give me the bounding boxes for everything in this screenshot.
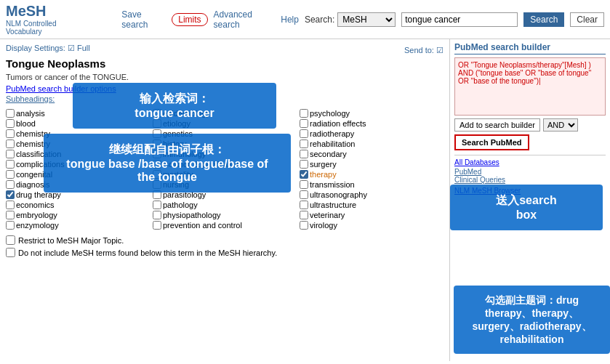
checkbox-item-rehabilitation: rehabilitation xyxy=(300,139,444,148)
right-panel: PubMed search builder OR "Tongue Neoplas… xyxy=(450,39,610,198)
checkbox-label-physiopathology: physiopathology xyxy=(163,211,221,219)
checkbox-item-psychology: psychology xyxy=(300,109,444,118)
checkbox-label-enzymology: enzymology xyxy=(16,221,59,230)
checkbox-economics[interactable] xyxy=(6,201,15,209)
checkbox-label-psychology: psychology xyxy=(310,109,350,118)
search-label: Search: xyxy=(305,15,334,25)
checkbox-item-enzymology: enzymology xyxy=(6,221,150,230)
checkbox-transmission[interactable] xyxy=(300,180,308,189)
checkbox-label-virology: virology xyxy=(310,221,337,230)
add-to-builder-button[interactable]: Add to search builder xyxy=(454,118,540,132)
save-search-link[interactable]: Save search xyxy=(121,9,166,30)
annotation-sendbox: 送入searchbox xyxy=(450,185,603,230)
checkbox-drug-therapy[interactable] xyxy=(6,190,15,199)
checkbox-label-therapy: therapy xyxy=(310,170,337,179)
checkbox-secondary[interactable] xyxy=(300,150,308,158)
checkbox-congenital[interactable] xyxy=(6,170,15,179)
checkbox-embryology[interactable] xyxy=(6,211,15,219)
checkbox-classification[interactable] xyxy=(6,150,15,158)
checkbox-label-radiotherapy: radiotherapy xyxy=(310,129,354,138)
mesh-title: MeSH xyxy=(6,3,116,20)
bottom-option: Restrict to MeSH Major Topic. xyxy=(6,235,444,245)
checkbox-analysis[interactable] xyxy=(6,109,15,118)
builder-actions: Add to search builder AND xyxy=(454,118,606,132)
checkbox-pathology[interactable] xyxy=(153,201,161,209)
checkbox-item-embryology: embryology xyxy=(6,211,150,219)
checkbox-diagnosis[interactable] xyxy=(6,180,15,189)
clear-button[interactable]: Clear xyxy=(570,12,604,27)
annotation-subheading: 勾选副主题词：drugtherapy、therapy、surgery、radio… xyxy=(454,286,610,354)
checkbox-item-ultrastructure: ultrastructure xyxy=(300,201,444,209)
checkbox-label-blood: blood xyxy=(16,119,36,128)
checkbox-label-radiation-effects: radiation effects xyxy=(310,119,366,128)
checkbox-label-transmission: transmission xyxy=(310,180,355,189)
advanced-search-link[interactable]: Advanced search xyxy=(214,9,276,30)
bottom-options: Restrict to MeSH Major Topic.Do not incl… xyxy=(6,235,444,257)
checkbox-radiation-effects[interactable] xyxy=(300,119,308,128)
checkbox-item-prevention-and-control: prevention and control xyxy=(153,221,297,230)
checkbox-label-ultrastructure: ultrastructure xyxy=(310,201,356,209)
checkbox-veterinary[interactable] xyxy=(300,211,308,219)
checkbox-chemistry[interactable] xyxy=(6,129,15,138)
search-button[interactable]: Search xyxy=(523,12,564,27)
checkbox-label-pathology: pathology xyxy=(163,201,198,209)
bottom-checkbox[interactable] xyxy=(6,248,15,257)
search-bar: Search: MeSH xyxy=(305,12,396,27)
checkbox-item-radiotherapy: radiotherapy xyxy=(300,129,444,138)
checkbox-complications[interactable] xyxy=(6,160,15,169)
checkbox-ultrasonography[interactable] xyxy=(300,190,308,199)
checkbox-therapy[interactable] xyxy=(300,170,308,179)
limits-button[interactable]: Limits xyxy=(172,13,207,26)
main-layout: Display Settings: ☑ Full Send to: ☑ Tong… xyxy=(0,39,610,361)
bottom-option-label: Restrict to MeSH Major Topic. xyxy=(18,236,124,245)
builder-text-area[interactable]: OR "Tongue Neoplasms/therapy"[Mesh] ) AN… xyxy=(454,57,606,116)
header: MeSH NLM ControlledVocabulary Save searc… xyxy=(0,0,610,39)
checkbox-ultrastructure[interactable] xyxy=(300,201,308,209)
checkbox-label-surgery: surgery xyxy=(310,160,337,169)
checkbox-item-pathology: pathology xyxy=(153,201,297,209)
checkbox-item-secondary: secondary xyxy=(300,150,444,158)
checkbox-item-ultrasonography: ultrasonography xyxy=(300,190,444,199)
checkbox-psychology[interactable] xyxy=(300,109,308,118)
checkbox-item-transmission: transmission xyxy=(300,180,444,189)
annotation-search: 输入检索词：tongue cancer xyxy=(73,83,276,129)
checkbox-blood[interactable] xyxy=(6,119,15,128)
checkbox-item-economics: economics xyxy=(6,201,150,209)
all-db-link[interactable]: All Databases xyxy=(454,158,499,166)
checkbox-item-physiopathology: physiopathology xyxy=(153,211,297,219)
search-type-select[interactable]: MeSH xyxy=(337,12,396,27)
checkbox-chemistry[interactable] xyxy=(6,139,15,148)
checkbox-label-veterinary: veterinary xyxy=(310,211,345,219)
checkbox-label-rehabilitation: rehabilitation xyxy=(310,139,355,148)
checkbox-item-surgery: surgery xyxy=(300,160,444,169)
send-to[interactable]: Send to: ☑ xyxy=(404,46,444,55)
checkbox-label-embryology: embryology xyxy=(16,211,57,219)
checkbox-item-therapy: therapy xyxy=(300,170,444,179)
checkbox-virology[interactable] xyxy=(300,221,308,230)
bottom-option-label: Do not include MeSH terms found below th… xyxy=(18,248,277,257)
right-wrapper: PubMed search builder OR "Tongue Neoplas… xyxy=(450,39,610,361)
pubmed-link[interactable]: PubMed xyxy=(454,168,606,176)
pubmed-builder-title: PubMed search builder xyxy=(454,42,606,54)
clinical-queries-link[interactable]: Clinical Queries xyxy=(454,176,606,184)
search-input[interactable] xyxy=(401,12,518,27)
search-pubmed-button[interactable]: Search PubMed xyxy=(454,134,529,150)
checkbox-item-virology: virology xyxy=(300,221,444,230)
bottom-checkbox[interactable] xyxy=(6,235,15,245)
and-select[interactable]: AND xyxy=(543,118,578,132)
checkbox-rehabilitation[interactable] xyxy=(300,139,308,148)
checkbox-item-veterinary: veterinary xyxy=(300,211,444,219)
checkbox-radiotherapy[interactable] xyxy=(300,129,308,138)
help-link[interactable]: Help xyxy=(281,15,299,25)
display-settings-link[interactable]: Display Settings: ☑ Full xyxy=(6,44,90,52)
all-db-label: All Databases xyxy=(454,158,606,166)
checkbox-label-ultrasonography: ultrasonography xyxy=(310,190,367,199)
checkbox-label-economics: economics xyxy=(16,201,55,209)
annotation-freeword: 继续组配自由词子根：tongue base /base of tongue/ba… xyxy=(44,134,291,193)
checkbox-surgery[interactable] xyxy=(300,160,308,169)
checkbox-prevention-and-control[interactable] xyxy=(153,221,161,230)
checkbox-physiopathology[interactable] xyxy=(153,211,161,219)
checkbox-enzymology[interactable] xyxy=(6,221,15,230)
term-title: Tongue Neoplasms xyxy=(6,57,444,70)
display-settings: Display Settings: ☑ Full xyxy=(6,44,90,53)
